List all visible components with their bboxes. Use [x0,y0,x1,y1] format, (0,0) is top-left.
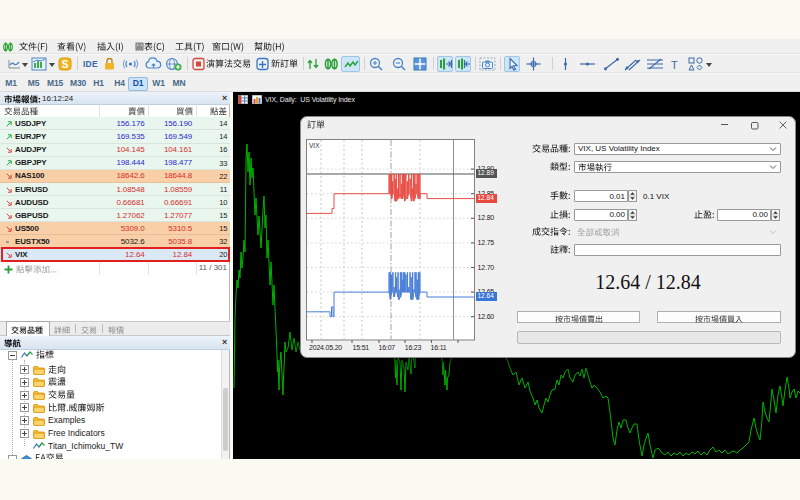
svg-text:S: S [62,59,69,70]
